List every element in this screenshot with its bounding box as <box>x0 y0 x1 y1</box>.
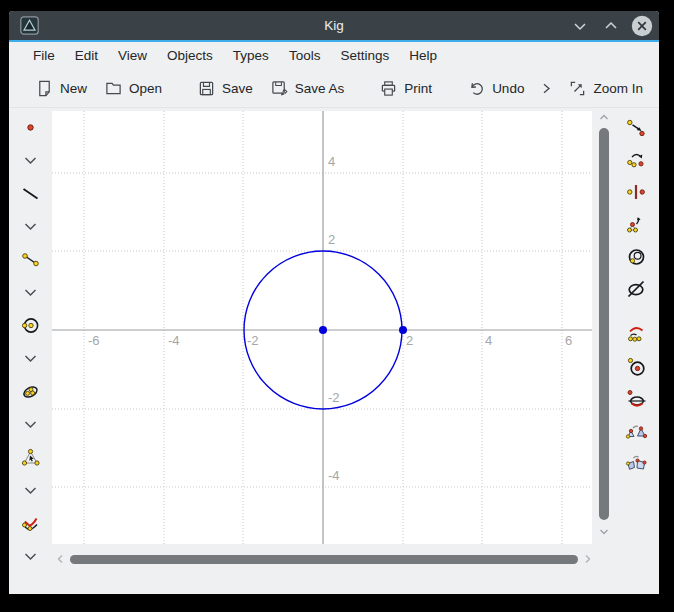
segment-tools-expander[interactable] <box>20 282 42 303</box>
undo-icon <box>468 80 485 97</box>
circle-tool-button[interactable] <box>20 315 42 336</box>
conic-tools-expander[interactable] <box>20 414 42 435</box>
line-tools-expander[interactable] <box>20 216 42 237</box>
center-point-object <box>319 326 327 334</box>
vertical-scrollbar[interactable] <box>595 111 612 559</box>
chevron-down-icon <box>20 546 41 567</box>
inversion-tool-icon <box>625 245 647 267</box>
y-tick-label: 2 <box>328 233 335 246</box>
point-reflection-tool-button[interactable] <box>625 181 647 202</box>
chevron-down-icon <box>20 282 41 303</box>
line-tool-icon <box>20 183 41 204</box>
line-tool-button[interactable] <box>20 183 42 204</box>
save-as-label: Save As <box>295 81 345 96</box>
scroll-down-button[interactable] <box>598 526 610 538</box>
save-as-icon <box>271 80 288 97</box>
kig-window: Kig File Edit View Objects Types Tools S… <box>9 11 659 594</box>
similarity-tool-icon <box>625 419 647 441</box>
chevron-down-icon <box>20 348 41 369</box>
save-button[interactable]: Save <box>189 74 262 103</box>
chevron-right-icon <box>658 81 659 96</box>
menu-types[interactable]: Types <box>223 44 279 67</box>
x-tick-label: -4 <box>168 334 180 347</box>
point-tool-button[interactable] <box>20 117 42 138</box>
x-tick-label: 4 <box>485 334 492 347</box>
menu-tools[interactable]: Tools <box>279 44 331 67</box>
axial-reflection-tool-button[interactable] <box>625 213 647 234</box>
circle-transform-tool-button[interactable] <box>625 355 647 376</box>
menu-edit[interactable]: Edit <box>65 44 108 67</box>
chevron-down-icon <box>20 480 41 501</box>
horizontal-scrollbar[interactable] <box>54 551 594 567</box>
cubic-curve-tool-icon <box>20 513 41 534</box>
menu-view[interactable]: View <box>108 44 157 67</box>
translate-tool-button[interactable] <box>625 117 647 138</box>
point-tools-expander[interactable] <box>20 150 42 171</box>
conic-tool-icon <box>20 381 41 402</box>
open-button[interactable]: Open <box>96 74 171 103</box>
menu-help[interactable]: Help <box>399 44 447 67</box>
zoom-in-button[interactable]: Zoom In <box>560 74 652 103</box>
conic-arc-tool-icon <box>625 323 647 345</box>
y-tick-label: -4 <box>328 469 340 482</box>
conic-arc-tool-button[interactable] <box>625 323 647 344</box>
projective-transform-tool-icon <box>625 451 647 473</box>
horizontal-scrollbar-thumb[interactable] <box>70 555 578 564</box>
harmonic-homology-tool-button[interactable] <box>625 277 647 298</box>
zoom-in-label: Zoom In <box>593 81 643 96</box>
open-label: Open <box>129 81 162 96</box>
curve-tools-expander[interactable] <box>20 546 42 567</box>
conic-tool-button[interactable] <box>20 381 42 402</box>
axial-reflection-tool-icon <box>625 213 647 235</box>
polygon-tool-icon <box>20 447 41 468</box>
x-tick-label: -6 <box>88 334 100 347</box>
polygon-tool-button[interactable] <box>20 447 42 468</box>
menu-file[interactable]: File <box>23 44 65 67</box>
chevron-right-icon <box>539 81 554 96</box>
close-button[interactable] <box>631 15 653 37</box>
rotate-tool-button[interactable] <box>625 149 647 170</box>
chevron-up-icon <box>602 17 620 35</box>
x-tick-label: 2 <box>406 334 413 347</box>
polygon-tools-expander[interactable] <box>20 480 42 501</box>
print-button[interactable]: Print <box>371 74 441 103</box>
chevron-left-icon <box>54 553 66 565</box>
menu-objects[interactable]: Objects <box>157 44 223 67</box>
segment-tool-button[interactable] <box>20 249 42 270</box>
inversion-tool-button[interactable] <box>625 245 647 266</box>
chevron-down-icon <box>598 526 610 538</box>
minimize-button[interactable] <box>569 15 591 37</box>
open-folder-icon <box>105 80 122 97</box>
menu-bar: File Edit View Objects Types Tools Setti… <box>9 42 659 69</box>
close-icon <box>631 15 653 37</box>
chevron-down-icon <box>20 216 41 237</box>
projective-transform-tool-button[interactable] <box>625 451 647 472</box>
scroll-up-button[interactable] <box>598 111 610 123</box>
scroll-left-button[interactable] <box>54 553 66 565</box>
print-label: Print <box>404 81 432 96</box>
left-toolbar <box>9 109 52 594</box>
maximize-button[interactable] <box>600 15 622 37</box>
similarity-tool-button[interactable] <box>625 419 647 440</box>
zoom-in-icon <box>569 80 586 97</box>
scroll-right-button[interactable] <box>582 553 594 565</box>
new-button[interactable]: New <box>27 74 96 103</box>
y-tick-label: -2 <box>328 391 340 404</box>
new-label: New <box>60 81 87 96</box>
cubic-curve-tool-button[interactable] <box>20 513 42 534</box>
undo-group-overflow-button[interactable] <box>533 75 560 102</box>
chevron-down-icon <box>571 17 589 35</box>
segment-tool-icon <box>20 249 41 270</box>
translate-tool-icon <box>625 117 647 139</box>
harmonic-homology-tool-icon <box>625 277 647 299</box>
circle-tools-expander[interactable] <box>20 348 42 369</box>
menu-settings[interactable]: Settings <box>330 44 399 67</box>
geometry-canvas[interactable]: -6 -4 -2 2 4 6 4 2 -2 -4 <box>52 111 592 544</box>
undo-button[interactable]: Undo <box>459 74 533 103</box>
vertical-scrollbar-thumb[interactable] <box>599 128 609 520</box>
toolbar-overflow-button[interactable] <box>652 75 659 102</box>
window-title: Kig <box>9 18 659 33</box>
projective-conic-tool-button[interactable] <box>625 387 647 408</box>
save-as-button[interactable]: Save As <box>262 74 354 103</box>
x-tick-label: -2 <box>247 334 259 347</box>
